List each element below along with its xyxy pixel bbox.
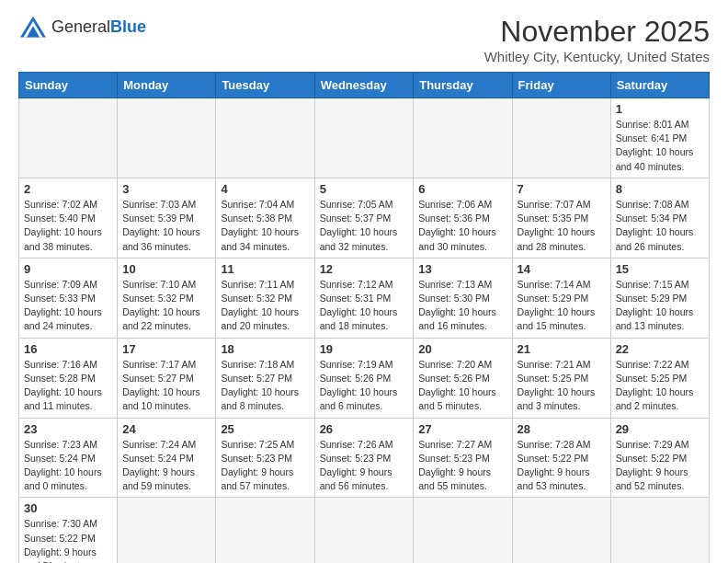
day-number: 18 [221, 342, 309, 356]
day-info: Sunrise: 7:15 AM Sunset: 5:29 PM Dayligh… [616, 279, 694, 332]
calendar-cell: 21Sunrise: 7:21 AM Sunset: 5:25 PM Dayli… [512, 338, 610, 418]
calendar-cell [414, 498, 512, 563]
calendar-week-6: 30Sunrise: 7:30 AM Sunset: 5:22 PM Dayli… [19, 498, 710, 563]
day-number: 7 [518, 182, 606, 196]
day-info: Sunrise: 7:24 AM Sunset: 5:24 PM Dayligh… [122, 439, 196, 492]
calendar-cell: 22Sunrise: 7:22 AM Sunset: 5:25 PM Dayli… [610, 338, 709, 418]
day-number: 28 [518, 422, 606, 436]
calendar-cell: 16Sunrise: 7:16 AM Sunset: 5:28 PM Dayli… [19, 338, 118, 418]
day-number: 30 [24, 501, 112, 515]
calendar-week-1: 1Sunrise: 8:01 AM Sunset: 6:41 PM Daylig… [19, 98, 710, 178]
calendar-cell: 1Sunrise: 8:01 AM Sunset: 6:41 PM Daylig… [610, 98, 709, 178]
day-info: Sunrise: 7:25 AM Sunset: 5:23 PM Dayligh… [221, 439, 294, 492]
location-subtitle: Whitley City, Kentucky, United States [484, 49, 710, 64]
day-number: 9 [24, 262, 112, 276]
day-number: 12 [320, 262, 409, 276]
calendar-week-2: 2Sunrise: 7:02 AM Sunset: 5:40 PM Daylig… [19, 178, 710, 258]
day-number: 6 [418, 182, 506, 196]
calendar-week-3: 9Sunrise: 7:09 AM Sunset: 5:33 PM Daylig… [19, 258, 710, 338]
day-info: Sunrise: 7:11 AM Sunset: 5:32 PM Dayligh… [221, 279, 299, 332]
calendar-cell: 29Sunrise: 7:29 AM Sunset: 5:22 PM Dayli… [610, 418, 709, 498]
day-number: 14 [518, 262, 606, 276]
calendar-cell: 13Sunrise: 7:13 AM Sunset: 5:30 PM Dayli… [414, 258, 512, 338]
day-number: 2 [24, 182, 112, 196]
day-info: Sunrise: 7:30 AM Sunset: 5:22 PM Dayligh… [24, 518, 97, 563]
day-number: 3 [122, 182, 210, 196]
calendar-cell: 18Sunrise: 7:18 AM Sunset: 5:27 PM Dayli… [216, 338, 314, 418]
day-info: Sunrise: 7:28 AM Sunset: 5:22 PM Dayligh… [518, 439, 591, 492]
calendar-cell [118, 98, 216, 178]
calendar-cell: 11Sunrise: 7:11 AM Sunset: 5:32 PM Dayli… [216, 258, 314, 338]
weekday-header-row: SundayMondayTuesdayWednesdayThursdayFrid… [19, 73, 710, 98]
title-section: November 2025 Whitley City, Kentucky, Un… [484, 15, 710, 64]
calendar-cell [314, 498, 414, 563]
calendar-cell [512, 98, 610, 178]
calendar-cell: 7Sunrise: 7:07 AM Sunset: 5:35 PM Daylig… [512, 178, 610, 258]
day-info: Sunrise: 7:12 AM Sunset: 5:31 PM Dayligh… [320, 279, 398, 332]
day-info: Sunrise: 7:02 AM Sunset: 5:40 PM Dayligh… [24, 199, 102, 252]
day-info: Sunrise: 7:10 AM Sunset: 5:32 PM Dayligh… [122, 279, 200, 332]
day-number: 15 [616, 262, 704, 276]
day-number: 29 [616, 422, 704, 436]
day-number: 13 [418, 262, 506, 276]
calendar-cell: 25Sunrise: 7:25 AM Sunset: 5:23 PM Dayli… [216, 418, 314, 498]
calendar-week-4: 16Sunrise: 7:16 AM Sunset: 5:28 PM Dayli… [19, 338, 710, 418]
day-info: Sunrise: 7:21 AM Sunset: 5:25 PM Dayligh… [518, 359, 596, 412]
day-info: Sunrise: 7:29 AM Sunset: 5:22 PM Dayligh… [616, 439, 689, 492]
day-info: Sunrise: 7:27 AM Sunset: 5:23 PM Dayligh… [418, 439, 492, 492]
calendar-cell: 20Sunrise: 7:20 AM Sunset: 5:26 PM Dayli… [414, 338, 512, 418]
day-info: Sunrise: 7:19 AM Sunset: 5:26 PM Dayligh… [320, 359, 398, 412]
calendar-cell: 8Sunrise: 7:08 AM Sunset: 5:34 PM Daylig… [610, 178, 709, 258]
calendar-cell: 10Sunrise: 7:10 AM Sunset: 5:32 PM Dayli… [118, 258, 216, 338]
day-info: Sunrise: 7:03 AM Sunset: 5:39 PM Dayligh… [122, 199, 200, 252]
day-info: Sunrise: 7:06 AM Sunset: 5:36 PM Dayligh… [418, 199, 496, 252]
calendar-cell: 24Sunrise: 7:24 AM Sunset: 5:24 PM Dayli… [118, 418, 216, 498]
calendar-cell: 2Sunrise: 7:02 AM Sunset: 5:40 PM Daylig… [19, 178, 118, 258]
page-header: GeneralBlue November 2025 Whitley City, … [18, 15, 710, 64]
month-year-title: November 2025 [484, 15, 710, 49]
day-number: 20 [418, 342, 506, 356]
calendar-cell: 3Sunrise: 7:03 AM Sunset: 5:39 PM Daylig… [118, 178, 216, 258]
calendar-cell: 27Sunrise: 7:27 AM Sunset: 5:23 PM Dayli… [414, 418, 512, 498]
weekday-header-sunday: Sunday [19, 73, 118, 98]
day-info: Sunrise: 7:17 AM Sunset: 5:27 PM Dayligh… [122, 359, 200, 412]
day-number: 19 [320, 342, 409, 356]
calendar-cell [118, 498, 216, 563]
calendar-cell: 23Sunrise: 7:23 AM Sunset: 5:24 PM Dayli… [19, 418, 118, 498]
calendar-cell [19, 98, 118, 178]
calendar-cell [314, 98, 414, 178]
logo-text: GeneralBlue [51, 18, 146, 37]
day-info: Sunrise: 7:26 AM Sunset: 5:23 PM Dayligh… [320, 439, 393, 492]
calendar-cell [610, 498, 709, 563]
day-info: Sunrise: 7:08 AM Sunset: 5:34 PM Dayligh… [616, 199, 694, 252]
weekday-header-friday: Friday [512, 73, 610, 98]
day-number: 5 [320, 182, 409, 196]
calendar-week-5: 23Sunrise: 7:23 AM Sunset: 5:24 PM Dayli… [19, 418, 710, 498]
calendar-cell: 17Sunrise: 7:17 AM Sunset: 5:27 PM Dayli… [118, 338, 216, 418]
day-info: Sunrise: 7:04 AM Sunset: 5:38 PM Dayligh… [221, 199, 299, 252]
calendar-cell: 5Sunrise: 7:05 AM Sunset: 5:37 PM Daylig… [314, 178, 414, 258]
day-info: Sunrise: 7:14 AM Sunset: 5:29 PM Dayligh… [518, 279, 596, 332]
calendar-cell [414, 98, 512, 178]
calendar-cell [216, 498, 314, 563]
day-number: 10 [122, 262, 210, 276]
calendar-cell: 12Sunrise: 7:12 AM Sunset: 5:31 PM Dayli… [314, 258, 414, 338]
day-number: 17 [122, 342, 210, 356]
day-info: Sunrise: 7:13 AM Sunset: 5:30 PM Dayligh… [418, 279, 496, 332]
calendar-table: SundayMondayTuesdayWednesdayThursdayFrid… [18, 72, 710, 563]
day-number: 11 [221, 262, 309, 276]
day-number: 22 [616, 342, 704, 356]
day-number: 25 [221, 422, 309, 436]
day-number: 16 [24, 342, 112, 356]
day-info: Sunrise: 8:01 AM Sunset: 6:41 PM Dayligh… [616, 119, 694, 172]
day-number: 27 [418, 422, 506, 436]
day-info: Sunrise: 7:05 AM Sunset: 5:37 PM Dayligh… [320, 199, 398, 252]
calendar-cell: 30Sunrise: 7:30 AM Sunset: 5:22 PM Dayli… [19, 498, 118, 563]
day-number: 8 [616, 182, 704, 196]
calendar-cell: 9Sunrise: 7:09 AM Sunset: 5:33 PM Daylig… [19, 258, 118, 338]
calendar-cell [216, 98, 314, 178]
weekday-header-saturday: Saturday [610, 73, 709, 98]
logo: GeneralBlue [18, 15, 146, 40]
day-info: Sunrise: 7:16 AM Sunset: 5:28 PM Dayligh… [24, 359, 102, 412]
day-number: 26 [320, 422, 409, 436]
